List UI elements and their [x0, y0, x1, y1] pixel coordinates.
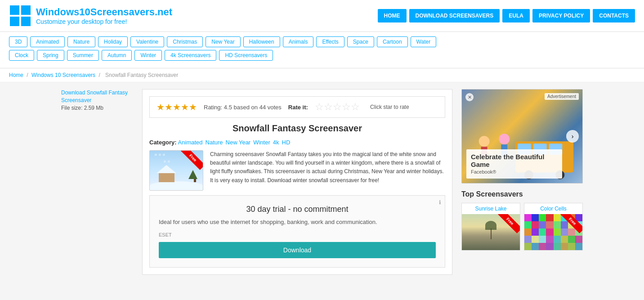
category-tag[interactable]: Water: [411, 36, 437, 47]
screensaver-card-colorcells[interactable]: Color Cells Free: [524, 203, 583, 251]
ad-close-button[interactable]: ✕: [465, 93, 474, 101]
color-cell: [524, 236, 532, 243]
color-cell: [554, 214, 561, 221]
ad-next-button[interactable]: ›: [566, 130, 579, 143]
color-cell: [561, 221, 568, 228]
svg-point-14: [499, 134, 510, 144]
color-cell: [524, 243, 532, 250]
ad-download-button[interactable]: Download: [159, 242, 436, 258]
ad-banner-subtitle: Facebook®: [471, 169, 496, 175]
ad-banner: Advertisement ✕ Celebrate the Beautiful …: [461, 89, 583, 184]
color-cell: [554, 228, 561, 236]
rating-votes: votes: [268, 104, 282, 111]
category-tag[interactable]: Animated: [30, 36, 65, 47]
breadcrumb-home[interactable]: Home: [9, 72, 23, 78]
breadcrumb-current: Snowfall Fantasy Screensaver: [105, 72, 178, 78]
category-tag[interactable]: Valentine: [130, 36, 164, 47]
color-cell: [546, 236, 553, 243]
click-to-rate-label: Click star to rate: [370, 104, 409, 110]
svg-rect-2: [10, 17, 19, 26]
center-content: ★★★★★ Rating: 4.5 based on 44 votes Rate…: [142, 89, 452, 275]
category-tag[interactable]: Halloween: [243, 36, 280, 47]
category-tag[interactable]: Christmas: [167, 36, 203, 47]
screensaver-category-link[interactable]: Winter: [253, 139, 270, 146]
rating-value: 4.5: [224, 104, 232, 111]
tag-row-2: ClockSpringSummerAutumnWinter4k Screensa…: [9, 50, 635, 61]
category-line: Category: AnimatedNatureNew YearWinter4k…: [149, 139, 445, 146]
screenshot-image: ❄ ❄ ❄ ❄ ❄ Free: [149, 150, 203, 191]
rating-count: 44: [259, 104, 266, 111]
category-tag[interactable]: Winter: [134, 50, 162, 61]
rating-stars-display: ★★★★★: [157, 102, 197, 112]
download-button[interactable]: DOWNLOAD SCREENSAVERS: [409, 9, 500, 22]
color-cell: [532, 236, 539, 243]
color-cell: [539, 214, 546, 221]
description-text: Charming screensaver Snowfall Fantasy ta…: [210, 150, 445, 191]
rating-label: Rating:: [204, 104, 222, 111]
home-button[interactable]: HOME: [378, 9, 407, 22]
color-cell: [554, 236, 561, 243]
screensaver-category-link[interactable]: 4k: [273, 139, 279, 146]
breadcrumb-windows10[interactable]: Windows 10 Screensavers: [31, 72, 95, 78]
ad-info-icon[interactable]: ℹ: [439, 199, 441, 206]
category-tag[interactable]: Holiday: [98, 36, 128, 47]
categories: 3DAnimatedNatureHolidayValentineChristma…: [0, 32, 644, 68]
color-cell: [546, 221, 553, 228]
screensaver-category-link[interactable]: HD: [282, 139, 291, 146]
category-tag[interactable]: Spring: [37, 50, 64, 61]
category-tag[interactable]: Nature: [67, 36, 95, 47]
color-cell: [554, 221, 561, 228]
svg-rect-1: [21, 5, 31, 15]
ad-label: Advertisement: [545, 93, 579, 100]
screensaver-category-link[interactable]: New Year: [226, 139, 251, 146]
logo-area: Windows10Screensavers.net Customize your…: [9, 4, 172, 27]
screensaver-grid: Sunrise Lake Free Color Cells Free: [461, 203, 583, 251]
screensaver-thumb-colorcells: Free: [524, 214, 582, 250]
category-links: AnimatedNatureNew YearWinter4kHD: [178, 139, 293, 146]
windows-logo-icon: [9, 4, 31, 27]
color-cell: [568, 236, 575, 243]
category-tag[interactable]: Autumn: [102, 50, 132, 61]
screensaver-category-link[interactable]: Animated: [178, 139, 203, 146]
ad-banner-title: Celebrate the Beautiful Game: [471, 153, 558, 168]
category-tag[interactable]: Cartoon: [377, 36, 408, 47]
rating-based: based on: [234, 104, 258, 111]
breadcrumb-sep-1: /: [27, 72, 30, 78]
category-tag[interactable]: Summer: [67, 50, 99, 61]
download-sidebar-link[interactable]: Download Snowfall Fantasy Screensaver: [61, 89, 133, 104]
right-sidebar: Advertisement ✕ Celebrate the Beautiful …: [461, 89, 583, 275]
color-cell: [575, 243, 582, 250]
category-tag[interactable]: HD Screensavers: [219, 50, 273, 61]
svg-rect-0: [10, 5, 19, 15]
privacy-button[interactable]: PRIVACY POLICY: [532, 9, 590, 22]
category-tag[interactable]: Effects: [316, 36, 344, 47]
svg-rect-3: [21, 17, 31, 26]
color-cell: [539, 236, 546, 243]
color-cell: [539, 221, 546, 228]
category-tag[interactable]: 3D: [9, 36, 27, 47]
color-cell: [546, 243, 553, 250]
eula-button[interactable]: EULA: [502, 9, 530, 22]
breadcrumb: Home / Windows 10 Screensavers / Snowfal…: [0, 68, 644, 82]
svg-point-10: [479, 136, 490, 147]
screenshot-area: ❄ ❄ ❄ ❄ ❄ Free Charming screensaver Snow…: [149, 150, 445, 191]
color-cell: [568, 228, 575, 236]
contacts-button[interactable]: CONTACTS: [593, 9, 635, 22]
category-tag[interactable]: Animals: [283, 36, 314, 47]
color-cell: [539, 243, 546, 250]
interactive-stars[interactable]: ☆☆☆☆☆: [315, 101, 360, 113]
category-tag[interactable]: Clock: [9, 50, 34, 61]
logo-title: Windows10Screensavers.net: [36, 6, 172, 18]
category-tag[interactable]: 4k Screensavers: [165, 50, 216, 61]
ad-brand: ESET: [159, 232, 436, 237]
screensaver-card-sunrise[interactable]: Sunrise Lake Free: [461, 203, 520, 251]
color-cell: [546, 228, 553, 236]
screensaver-category-link[interactable]: Nature: [206, 139, 223, 146]
category-tag[interactable]: Space: [347, 36, 374, 47]
category-tag[interactable]: New Year: [206, 36, 240, 47]
rating-bar: ★★★★★ Rating: 4.5 based on 44 votes Rate…: [149, 96, 445, 118]
left-sidebar: Download Snowfall Fantasy Screensaver Fi…: [61, 89, 133, 275]
screensaver-title: Snowfall Fantasy Screensaver: [149, 123, 445, 134]
color-cell: [532, 243, 539, 250]
screensaver-thumb-sunrise: Free: [462, 214, 520, 250]
